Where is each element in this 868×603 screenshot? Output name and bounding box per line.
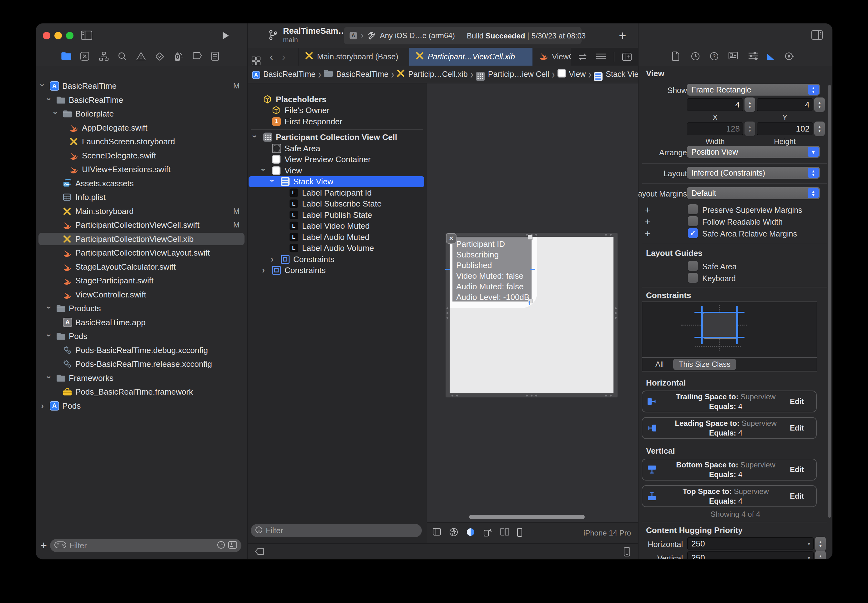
file-row[interactable]: Info.plist — [36, 190, 247, 204]
file-row[interactable]: Main.storyboardM — [36, 204, 247, 218]
height-stepper[interactable]: ▴▾ — [814, 122, 825, 136]
device-icon[interactable] — [517, 528, 522, 537]
outline-row[interactable]: LLabel Audio Volume — [247, 243, 427, 254]
outline-row[interactable]: LLabel Subscribe State — [247, 198, 427, 210]
disclosure-triangle-icon[interactable]: › — [262, 266, 265, 275]
back-button[interactable]: ‹ — [270, 48, 273, 66]
file-row[interactable]: Pods_BasicRealTime.framework — [36, 385, 247, 399]
device-bezels-icon[interactable] — [623, 547, 630, 557]
file-row[interactable]: StageLayoutCalculator.swift — [36, 260, 247, 274]
outline-row[interactable]: ›Constraints — [247, 265, 427, 276]
adjust-editor-icon[interactable] — [596, 53, 606, 60]
outline-row[interactable]: Placeholders — [247, 94, 427, 105]
disclosure-triangle-icon[interactable]: › — [45, 306, 53, 309]
outline-row[interactable]: View Preview Container — [247, 154, 427, 165]
adjust-editor-split-icon[interactable] — [500, 528, 509, 536]
file-row[interactable]: SceneDelegate.swift — [36, 149, 247, 163]
navigator-filter-field[interactable]: Filter — [50, 539, 242, 552]
segment-all[interactable]: All — [656, 360, 664, 369]
close-window-button[interactable] — [43, 32, 50, 39]
tab-viewcontroller[interactable]: ViewController.swift — [533, 48, 577, 66]
preserve-superview-margins-checkbox[interactable] — [688, 204, 698, 214]
disclosure-triangle-icon[interactable]: › — [250, 135, 259, 138]
disclosure-triangle-icon[interactable]: › — [259, 169, 268, 171]
connections-inspector-icon[interactable] — [784, 51, 795, 61]
add-constraint-button[interactable]: + — [645, 204, 651, 216]
disclosure-triangle-icon[interactable]: › — [45, 98, 53, 100]
forward-button[interactable]: › — [282, 48, 285, 66]
file-row[interactable]: Pods-BasicRealTime.release.xcconfig — [36, 357, 247, 371]
file-row[interactable]: AppDelegate.swift — [36, 121, 247, 135]
file-row[interactable]: ›Frameworks — [36, 371, 247, 385]
outline-row[interactable]: File's Owner — [247, 105, 427, 116]
disclosure-triangle-icon[interactable]: › — [271, 255, 274, 263]
file-row[interactable]: Pods-BasicRealTime.debug.xcconfig — [36, 343, 247, 357]
add-constraint-button[interactable]: + — [645, 228, 651, 240]
identity-inspector-icon[interactable] — [728, 51, 738, 60]
outline-row[interactable]: 1First Responder — [247, 116, 427, 127]
canvas-horizontal-scrollbar[interactable] — [469, 515, 585, 519]
keyboard-guide-checkbox[interactable] — [688, 273, 698, 283]
layout-margins-dropdown[interactable]: Default ▴▾ — [687, 187, 820, 199]
accessibility-icon[interactable] — [450, 528, 458, 537]
project-navigator-icon[interactable] — [61, 51, 71, 60]
constraints-diagram[interactable]: All This Size Class — [642, 302, 817, 371]
size-inspector-icon[interactable] — [766, 51, 775, 61]
disclosure-triangle-icon[interactable]: › — [41, 402, 44, 410]
hugging-horizontal-combo[interactable]: 250▾ — [687, 537, 814, 550]
size-class-segment[interactable]: All This Size Class — [642, 357, 817, 371]
file-row[interactable]: LaunchScreen.storyboard — [36, 135, 247, 149]
add-file-button[interactable]: + — [40, 539, 47, 552]
segment-this-size-class[interactable]: This Size Class — [673, 359, 736, 370]
file-inspector-icon[interactable] — [672, 51, 680, 61]
source-control-navigator-icon[interactable] — [80, 51, 90, 61]
test-navigator-icon[interactable] — [155, 51, 165, 62]
cell-preview-frame[interactable]: ✕ Participant IDSubscribingPublishedVide… — [446, 233, 618, 397]
breadcrumb-item[interactable]: Stack View — [594, 68, 638, 81]
outline-row[interactable]: ›Constraints — [247, 254, 427, 265]
file-row[interactable]: StageParticipant.swift — [36, 274, 247, 288]
disclosure-triangle-icon[interactable]: › — [45, 334, 53, 337]
outline-row[interactable]: LLabel Video Muted — [247, 221, 427, 232]
constraint-item[interactable]: Trailing Space to: SuperviewEquals: 4Edi… — [642, 391, 817, 413]
file-row[interactable]: ›Boilerplate — [36, 107, 247, 121]
interface-builder-canvas[interactable]: ✕ Participant IDSubscribingPublishedVide… — [427, 83, 638, 523]
edit-constraint-button[interactable]: Edit — [790, 465, 816, 474]
height-field[interactable]: 102 — [757, 122, 813, 135]
safe-area-guide-checkbox[interactable] — [688, 261, 698, 271]
history-inspector-icon[interactable] — [691, 51, 700, 61]
breakpoint-navigator-icon[interactable] — [192, 51, 202, 60]
show-dropdown[interactable]: Frame Rectangle ▴▾ — [687, 84, 820, 96]
resize-handle[interactable] — [528, 235, 533, 240]
appearance-icon[interactable] — [466, 528, 475, 537]
add-editor-icon[interactable] — [622, 53, 632, 61]
breadcrumb-item[interactable]: View — [558, 69, 586, 79]
recents-filter-icon[interactable] — [217, 541, 225, 550]
file-row[interactable]: ABasicRealTime.app — [36, 315, 247, 329]
outline-row[interactable]: LLabel Audio Muted — [247, 232, 427, 243]
breadcrumb-item[interactable]: Particip…Cell.xib — [397, 69, 467, 79]
follow-readable-width-checkbox[interactable] — [688, 216, 698, 226]
toggle-left-sidebar-icon[interactable] — [81, 31, 92, 40]
hugging-vertical-combo[interactable]: 250▾ — [687, 552, 814, 559]
report-navigator-icon[interactable] — [211, 51, 219, 61]
zoom-window-button[interactable] — [66, 32, 73, 39]
tab-main-storyboard[interactable]: Main.storyboard (Base) — [298, 48, 409, 66]
safe-area-relative-margins-checkbox[interactable] — [688, 228, 698, 238]
file-row[interactable]: ParticipantCollectionViewCell.xib — [36, 232, 247, 246]
file-row[interactable]: ›Pods — [36, 329, 247, 343]
stack-view-preview[interactable]: Participant IDSubscribingPublishedVideo … — [453, 237, 532, 302]
file-row[interactable]: ParticipantCollectionViewLayout.swift — [36, 246, 247, 260]
toggle-right-sidebar-icon[interactable] — [811, 30, 823, 40]
width-stepper[interactable]: ▴▾ — [744, 122, 755, 136]
width-field[interactable]: 128 — [687, 122, 743, 135]
file-row[interactable]: ParticipantCollectionViewCell.swiftM — [36, 218, 247, 232]
help-inspector-icon[interactable]: ? — [710, 51, 719, 61]
activity-status[interactable]: A › Any iOS D…e (arm64) Build Succeeded … — [344, 27, 581, 44]
file-row[interactable]: ›ABasicRealTimeM — [36, 79, 247, 93]
outline-row[interactable]: ›View — [247, 165, 427, 176]
outline-filter-field[interactable]: Filter — [251, 524, 422, 537]
tab-participant-viewcell-xib[interactable]: Participant…ViewCell.xib — [409, 48, 533, 66]
source-control-filter-icon[interactable] — [228, 541, 237, 550]
file-row[interactable]: ›APods — [36, 399, 247, 413]
